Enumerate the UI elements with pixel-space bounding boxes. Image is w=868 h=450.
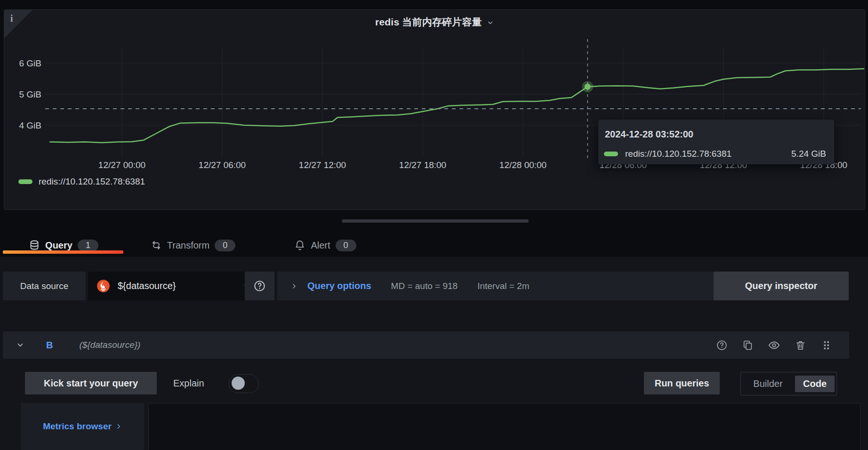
svg-text:12/27 00:00: 12/27 00:00 [98,160,145,170]
builder-mode-option[interactable]: Builder [741,378,795,389]
svg-text:5 GiB: 5 GiB [19,89,41,99]
metrics-browser-button[interactable]: Metrics browser [21,403,144,450]
editor-mode-switch: Builder Code [740,372,837,395]
pane-resize-handle[interactable] [342,219,529,223]
svg-text:12/27 18:00: 12/27 18:00 [399,160,446,170]
grafana-panel-edit-page: i redis 当前内存碎片容量 4 GiB5 GiB6 GiB12/27 00… [0,0,868,450]
tooltip-series-row: redis://10.120.152.78:6381 5.24 GiB [604,149,826,159]
svg-text:12/27 12:00: 12/27 12:00 [299,160,346,170]
chevron-right-icon [290,282,298,290]
toggle-knob [232,377,245,390]
data-source-help-button[interactable] [245,272,274,300]
query-datasource-hint: (${datasource}) [79,340,140,350]
drag-handle-grip-icon[interactable] [820,339,832,351]
explain-toggle[interactable] [229,374,259,393]
max-data-points-readout: MD = auto = 918 [391,281,458,291]
query-row-header[interactable]: B (${datasource}) [3,331,849,359]
query-options-bar[interactable]: Query options MD = auto = 918 Interval =… [277,272,733,300]
duplicate-query-icon[interactable] [742,339,754,351]
legend-item[interactable]: redis://10.120.152.78:6381 [18,177,145,187]
data-source-label: Data source [3,272,86,300]
tab-query-label: Query [45,240,72,251]
tab-transform-label: Transform [167,240,209,251]
legend-series-label: redis://10.120.152.78:6381 [39,177,145,187]
svg-text:6 GiB: 6 GiB [19,58,41,68]
tooltip-series-value: 5.24 GiB [791,149,826,159]
hide-response-eye-icon[interactable] [768,339,780,352]
legend-series-swatch [18,179,32,184]
tab-alert-count-badge: 0 [336,240,356,251]
svg-text:4 GiB: 4 GiB [19,121,41,130]
help-circle-icon [253,280,266,292]
kick-start-query-button[interactable]: Kick start your query [25,372,157,394]
promql-code-editor[interactable]: sum (redis_mem_fragmentation_bytes{job=~… [148,403,860,450]
interval-readout: Interval = 2m [477,281,529,291]
database-icon [29,240,40,251]
tab-alert-label: Alert [311,240,330,251]
query-ref-id: B [46,340,53,351]
tab-transform[interactable]: Transform 0 [127,234,259,257]
tooltip-timestamp: 2024-12-28 03:52:00 [605,129,693,140]
transform-icon [151,240,162,251]
chevron-right-icon [115,423,122,430]
tab-query-count-badge: 1 [78,240,98,251]
collapse-chevron-icon[interactable] [16,341,24,349]
tooltip-series-swatch [604,152,618,156]
data-source-value: ${datasource} [118,281,235,291]
delete-query-trash-icon[interactable] [795,339,806,351]
tooltip-series-name: redis://10.120.152.78:6381 [625,149,731,159]
prometheus-icon [96,279,110,293]
query-inspector-button[interactable]: Query inspector [714,272,849,300]
time-series-panel: i redis 当前内存碎片容量 4 GiB5 GiB6 GiB12/27 00… [4,9,865,210]
data-source-picker[interactable]: ${datasource} [88,272,259,300]
query-options-label: Query options [307,281,371,291]
query-help-icon[interactable] [716,339,728,351]
svg-text:12/27 06:00: 12/27 06:00 [199,160,246,170]
tab-transform-count-badge: 0 [215,240,235,251]
tab-alert[interactable]: Alert 0 [275,234,375,257]
code-mode-option[interactable]: Code [795,376,835,392]
svg-text:12/28 00:00: 12/28 00:00 [499,160,547,170]
bell-icon [294,240,305,251]
active-tab-indicator [3,250,123,254]
chart-tooltip: 2024-12-28 03:52:00 redis://10.120.152.7… [598,120,834,164]
explain-label: Explain [173,372,204,394]
run-queries-button[interactable]: Run queries [644,372,720,394]
